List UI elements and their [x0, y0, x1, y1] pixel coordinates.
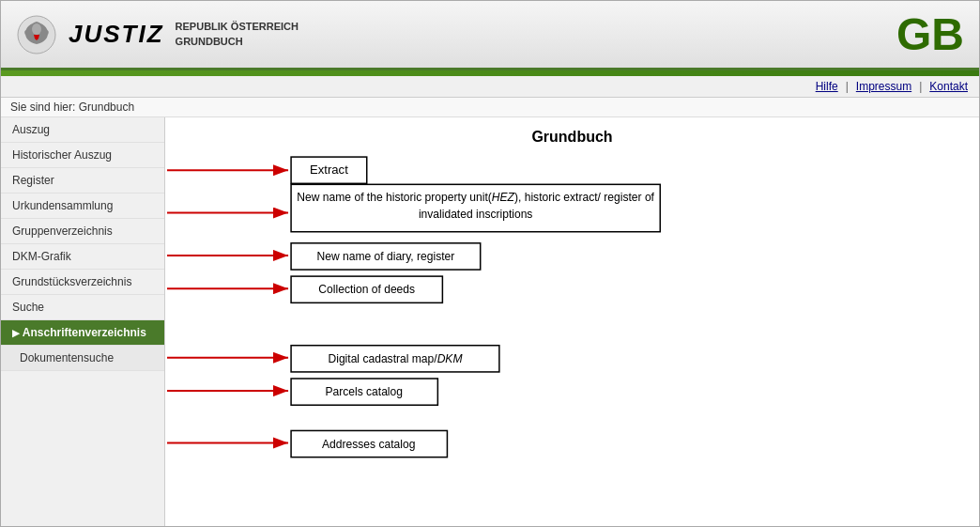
- svg-text:Collection of deeds: Collection of deeds: [318, 283, 415, 296]
- top-nav: Hilfe | Impressum | Kontakt: [1, 76, 979, 98]
- breadcrumb: Sie sind hier: Grundbuch: [1, 98, 979, 117]
- svg-rect-21: [291, 379, 437, 405]
- header-gb-label: GB: [896, 8, 964, 60]
- svg-rect-10: [291, 157, 367, 183]
- sidebar-item-historischer-auszug[interactable]: Historischer Auszug: [1, 143, 164, 168]
- breadcrumb-and-content: Sie sind hier: Grundbuch Auszug Historis…: [1, 98, 979, 526]
- header: JUSTIZ REPUBLIK ÖSTERREICH GRUNDBUCH GB: [1, 1, 979, 70]
- svg-text:New name of diary, register: New name of diary, register: [316, 250, 454, 263]
- svg-text:invalidated inscriptions: invalidated inscriptions: [419, 208, 533, 221]
- annotations-overlay: Extract New name of the historic propert…: [165, 117, 979, 526]
- sidebar-item-anschriftenverzeichnis[interactable]: Anschriftenverzeichnis: [1, 320, 164, 346]
- main-content: Grundbuch: [165, 117, 979, 526]
- header-left: JUSTIZ REPUBLIK ÖSTERREICH GRUNDBUCH: [16, 14, 299, 55]
- page-title: Grundbuch: [184, 129, 960, 146]
- svg-rect-17: [291, 276, 442, 302]
- sidebar-item-dokumentensuche[interactable]: Dokumentensuche: [1, 346, 164, 371]
- svg-point-1: [32, 23, 41, 35]
- svg-text:Extract: Extract: [310, 163, 348, 177]
- sidebar: Auszug Historischer Auszug Register Urku…: [1, 117, 165, 526]
- svg-text:Digital cadastral map/DKM: Digital cadastral map/DKM: [328, 352, 463, 365]
- sidebar-item-suche[interactable]: Suche: [1, 295, 164, 320]
- kontakt-link[interactable]: Kontakt: [929, 80, 968, 93]
- logo-justiz: JUSTIZ: [69, 20, 164, 49]
- svg-text:Addresses catalog: Addresses catalog: [322, 438, 415, 451]
- impressum-link[interactable]: Impressum: [856, 80, 911, 93]
- sidebar-item-gruppenverzeichnis[interactable]: Gruppenverzeichnis: [1, 219, 164, 244]
- svg-rect-23: [291, 430, 447, 457]
- hilfe-link[interactable]: Hilfe: [816, 80, 838, 93]
- header-subtitle: REPUBLIK ÖSTERREICH GRUNDBUCH: [176, 20, 299, 49]
- sidebar-item-dkm-grafik[interactable]: DKM-Grafik: [1, 244, 164, 270]
- svg-rect-15: [291, 243, 481, 270]
- sidebar-item-grundstuecksverzeichnis[interactable]: Grundstücksverzeichnis: [1, 270, 164, 295]
- svg-rect-12: [291, 184, 660, 231]
- svg-text:Parcels catalog: Parcels catalog: [325, 385, 403, 398]
- content-area: Auszug Historischer Auszug Register Urku…: [1, 117, 979, 526]
- svg-text:New name of the historic prope: New name of the historic property unit(H…: [297, 191, 654, 204]
- svg-rect-19: [291, 346, 499, 372]
- eagle-icon: [16, 14, 57, 55]
- sidebar-item-register[interactable]: Register: [1, 168, 164, 194]
- sidebar-item-urkundensammlung[interactable]: Urkundensammlung: [1, 194, 164, 219]
- sidebar-item-auszug[interactable]: Auszug: [1, 117, 164, 143]
